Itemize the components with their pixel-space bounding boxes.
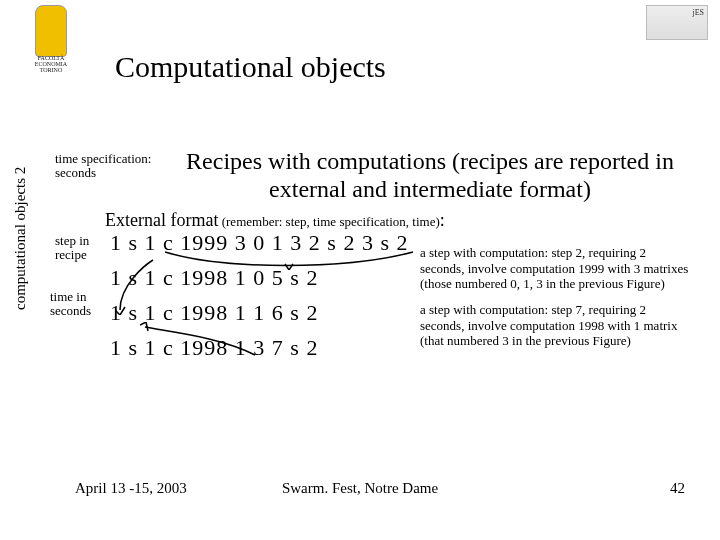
university-logo bbox=[35, 5, 67, 57]
slide: FACOLTÀ ECONOMIA TORINO jES Computationa… bbox=[0, 0, 720, 540]
subheading-strong: External format bbox=[105, 210, 218, 230]
subheading-note: (remember: step, time specification, tim… bbox=[218, 214, 439, 229]
note-step-2: a step with computation: step 2, requiri… bbox=[420, 245, 690, 292]
side-label: computational objects 2 bbox=[12, 167, 29, 310]
annotation-time-in-seconds: time in seconds bbox=[50, 290, 110, 319]
jes-logo: jES bbox=[646, 5, 708, 40]
footer-venue: Swarm. Fest, Notre Dame bbox=[0, 480, 720, 497]
note-step-7: a step with computation: step 7, requiri… bbox=[420, 302, 690, 349]
annotation-time-spec: time specification: seconds bbox=[55, 152, 155, 181]
section-heading: Recipes with computations (recipes are r… bbox=[160, 148, 700, 203]
subheading: External format (remember: step, time sp… bbox=[105, 210, 445, 231]
code-line-3: 1 s 1 c 1998 1 1 6 s 2 bbox=[110, 300, 318, 326]
subheading-colon: : bbox=[440, 210, 445, 230]
code-line-4: 1 s 1 c 1998 1 3 7 s 2 bbox=[110, 335, 318, 361]
code-line-2: 1 s 1 c 1998 1 0 5 s 2 bbox=[110, 265, 318, 291]
annotation-step-in-recipe: step in recipe bbox=[55, 234, 115, 263]
university-logo-caption: FACOLTÀ ECONOMIA TORINO bbox=[30, 55, 72, 73]
code-line-1: 1 s 1 c 1999 3 0 1 3 2 s 2 3 s 2 bbox=[110, 230, 408, 256]
footer-page-number: 42 bbox=[670, 480, 685, 497]
page-title: Computational objects bbox=[115, 50, 386, 84]
